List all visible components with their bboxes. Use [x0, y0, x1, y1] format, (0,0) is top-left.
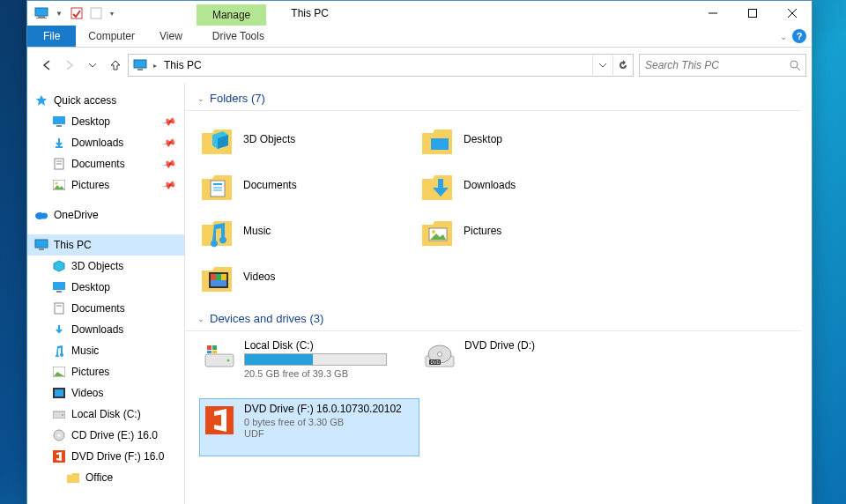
- drive-dvd-f[interactable]: DVD Drive (F:) 16.0.10730.20102 0 bytes …: [199, 398, 419, 456]
- svg-rect-48: [221, 274, 226, 280]
- tree-downloads-pc[interactable]: Downloads: [27, 319, 184, 340]
- help-icon[interactable]: ?: [792, 29, 806, 43]
- capacity-bar: [244, 353, 387, 366]
- svg-point-11: [790, 61, 798, 68]
- tree-music[interactable]: Music: [27, 340, 184, 361]
- drive-dvd-d[interactable]: DVD DVD Drive (D:): [419, 335, 640, 393]
- refresh-icon[interactable]: [612, 56, 633, 75]
- tree-documents-pc[interactable]: Documents: [27, 298, 184, 319]
- tree-3d-objects[interactable]: 3D Objects: [27, 256, 184, 277]
- folder-documents[interactable]: Documents: [199, 164, 419, 206]
- svg-rect-46: [211, 274, 216, 280]
- tab-computer[interactable]: Computer: [76, 26, 147, 47]
- address-bar[interactable]: ▸ This PC: [128, 54, 634, 77]
- tree-cd-e[interactable]: CD Drive (E:) 16.0: [27, 425, 184, 446]
- tree-downloads[interactable]: Downloads📌: [27, 132, 184, 153]
- qat-app-dropdown[interactable]: ▼: [56, 10, 63, 18]
- pictures-icon: [52, 178, 66, 192]
- this-pc-icon: [34, 238, 48, 252]
- ribbon-expand-icon[interactable]: ⌄: [780, 32, 787, 41]
- tree-onedrive[interactable]: OneDrive: [27, 204, 184, 226]
- this-pc-icon: [130, 59, 150, 71]
- tree-quick-access[interactable]: Quick access: [27, 90, 184, 111]
- tree-dvd-f[interactable]: DVD Drive (F:) 16.0: [27, 446, 184, 467]
- music-icon: [199, 213, 234, 248]
- svg-rect-26: [56, 291, 62, 293]
- collapse-icon[interactable]: ⌄: [197, 315, 204, 323]
- documents-icon: [199, 167, 234, 203]
- svg-rect-54: [212, 351, 217, 353]
- svg-rect-4: [91, 8, 101, 19]
- recent-locations-button[interactable]: [82, 55, 103, 76]
- forward-button[interactable]: [59, 55, 80, 76]
- svg-rect-9: [134, 60, 146, 68]
- maximize-button[interactable]: [732, 1, 772, 26]
- svg-rect-25: [53, 282, 65, 290]
- up-button[interactable]: [105, 55, 126, 76]
- folder-videos[interactable]: Videos: [199, 256, 419, 298]
- downloads-icon: [419, 167, 455, 203]
- svg-point-43: [432, 230, 435, 233]
- svg-line-12: [797, 67, 800, 70]
- videos-icon: [52, 386, 66, 400]
- breadcrumb[interactable]: This PC: [160, 59, 205, 71]
- properties-icon[interactable]: [68, 4, 85, 22]
- section-folders[interactable]: ⌄Folders (7): [185, 83, 801, 111]
- folder-icon: [66, 471, 80, 485]
- search-icon[interactable]: [784, 59, 805, 71]
- tree-desktop[interactable]: Desktop📌: [27, 111, 184, 132]
- tab-view[interactable]: View: [147, 26, 195, 47]
- tree-office[interactable]: Office: [27, 467, 184, 488]
- tree-pictures[interactable]: Pictures📌: [27, 174, 184, 196]
- minimize-button[interactable]: [693, 1, 732, 26]
- local-disk-icon: [204, 341, 235, 373]
- svg-rect-23: [35, 240, 48, 248]
- objects3d-icon: [199, 122, 234, 157]
- tree-local-c[interactable]: Local Disk (C:): [27, 404, 184, 425]
- office-drive-icon: [204, 404, 235, 436]
- address-separator-icon[interactable]: ▸: [150, 62, 160, 70]
- title-bar: ▼ ▾ Manage This PC: [27, 1, 812, 26]
- drives-grid: Local Disk (C:) 20.5 GB free of 39.3 GB …: [185, 331, 812, 465]
- folder-3d-objects[interactable]: 3D Objects: [199, 118, 419, 160]
- folder-music[interactable]: Music: [199, 210, 419, 252]
- title-zone: Manage This PC: [117, 1, 693, 26]
- qat-more-dropdown[interactable]: ▾: [110, 10, 114, 18]
- new-folder-icon[interactable]: [87, 4, 105, 22]
- search-input[interactable]: [640, 59, 784, 71]
- back-button[interactable]: [36, 55, 57, 76]
- tree-pictures-pc[interactable]: Pictures: [27, 361, 184, 382]
- tab-file[interactable]: File: [27, 26, 76, 47]
- tree-this-pc[interactable]: This PC: [27, 234, 184, 256]
- svg-rect-13: [53, 116, 65, 124]
- window-controls: [693, 1, 812, 26]
- tree-videos[interactable]: Videos: [27, 382, 184, 404]
- svg-rect-1: [38, 16, 45, 18]
- contextual-tab-manage[interactable]: Manage: [197, 4, 266, 26]
- tree-desktop-pc[interactable]: Desktop: [27, 277, 184, 298]
- svg-point-33: [62, 414, 63, 416]
- collapse-icon[interactable]: ⌄: [197, 94, 204, 103]
- search-box[interactable]: [639, 54, 806, 77]
- downloads-icon: [52, 136, 66, 150]
- drive-local-c[interactable]: Local Disk (C:) 20.5 GB free of 39.3 GB: [199, 335, 419, 393]
- close-button[interactable]: [772, 1, 812, 26]
- address-history-icon[interactable]: [592, 56, 612, 75]
- tree-documents[interactable]: Documents📌: [27, 153, 184, 174]
- navigation-tree: Quick access Desktop📌 Downloads📌 Documen…: [27, 83, 185, 504]
- folder-downloads[interactable]: Downloads: [419, 164, 640, 206]
- svg-rect-52: [212, 345, 217, 350]
- capacity-fill: [245, 354, 313, 365]
- svg-rect-10: [137, 69, 143, 70]
- svg-point-20: [56, 182, 58, 185]
- desktop-icon: [52, 280, 66, 294]
- content-pane[interactable]: ⌄Folders (7) 3D Objects Desktop Document…: [185, 83, 812, 504]
- tab-drive-tools[interactable]: Drive Tools: [200, 26, 277, 47]
- pin-icon: 📌: [161, 156, 178, 172]
- pin-icon: 📌: [161, 135, 178, 151]
- section-drives[interactable]: ⌄Devices and drives (3): [185, 303, 801, 331]
- folder-pictures[interactable]: Pictures: [419, 210, 640, 252]
- svg-rect-3: [71, 8, 82, 19]
- folder-desktop[interactable]: Desktop: [419, 118, 640, 160]
- documents-icon: [52, 157, 66, 171]
